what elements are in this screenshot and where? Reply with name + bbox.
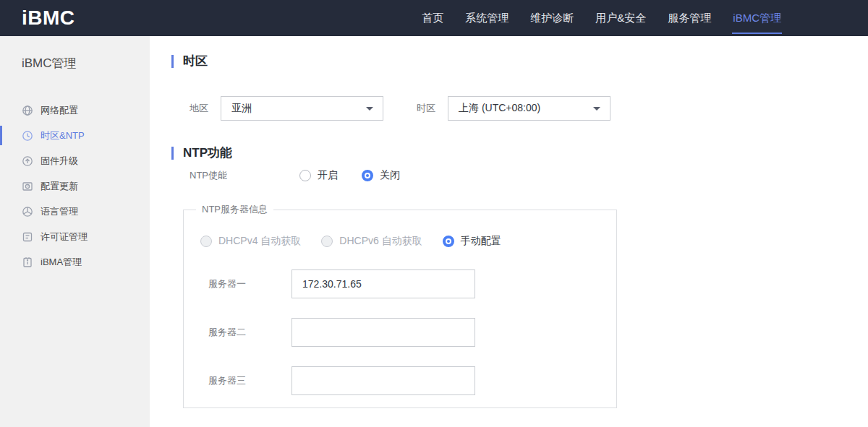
server-three-input[interactable] xyxy=(292,366,475,395)
main-nav: 首页 系统管理 维护诊断 用户&安全 服务管理 iBMC管理 xyxy=(411,0,792,36)
zone-label: 时区 xyxy=(417,102,435,115)
nav-item-service-management[interactable]: 服务管理 xyxy=(657,0,722,36)
section-accent-bar xyxy=(171,55,174,68)
sidebar-item-language-management[interactable]: 语言管理 xyxy=(0,199,150,224)
server-three-row: 服务器三 xyxy=(208,366,475,395)
sidebar-item-license-management[interactable]: 许可证管理 xyxy=(0,224,150,249)
server-two-input[interactable] xyxy=(292,318,475,347)
top-navbar: iBMC 首页 系统管理 维护诊断 用户&安全 服务管理 iBMC管理 xyxy=(0,0,868,36)
sidebar-item-label: 许可证管理 xyxy=(41,230,88,243)
server-one-input[interactable] xyxy=(292,269,475,298)
sidebar-item-config-update[interactable]: 配置更新 xyxy=(0,173,150,199)
timezone-section-header: 时区 xyxy=(171,53,208,69)
radio-ntp-off[interactable]: 关闭 xyxy=(362,169,400,182)
timezone-icon xyxy=(22,130,33,142)
ntp-server-info-fieldset: NTP服务器信息 DHCPv4 自动获取 DHCPv6 自动获取 手动配置 服务… xyxy=(183,203,617,408)
ibma-icon xyxy=(22,256,33,268)
config-update-icon xyxy=(22,181,33,192)
server-one-label: 服务器一 xyxy=(208,277,292,290)
section-accent-bar xyxy=(171,147,174,160)
sidebar-item-label: iBMA管理 xyxy=(41,256,82,269)
sidebar-item-label: 固件升级 xyxy=(41,155,78,168)
language-icon xyxy=(22,206,33,217)
app-logo: iBMC xyxy=(22,7,75,30)
sidebar-item-timezone-ntp[interactable]: 时区&NTP xyxy=(0,123,150,148)
page: iBMC 首页 系统管理 维护诊断 用户&安全 服务管理 iBMC管理 iBMC… xyxy=(0,0,868,427)
radio-checked-icon xyxy=(362,170,373,181)
radio-disabled-icon xyxy=(321,236,333,247)
region-select[interactable]: 亚洲 xyxy=(221,96,383,121)
radio-checked-icon xyxy=(443,236,454,247)
timezone-form-row: 地区 亚洲 时区 上海 (UTC+08:00) xyxy=(190,96,610,121)
network-icon xyxy=(22,105,33,116)
chevron-down-icon xyxy=(366,107,373,111)
section-title: NTP功能 xyxy=(183,145,232,161)
section-title: 时区 xyxy=(183,53,208,69)
license-icon xyxy=(22,231,33,243)
firmware-upgrade-icon xyxy=(22,155,33,167)
ntp-enable-label: NTP使能 xyxy=(190,169,299,182)
radio-manual-config[interactable]: 手动配置 xyxy=(443,235,501,248)
nav-item-system-management[interactable]: 系统管理 xyxy=(454,0,519,36)
ntp-section-header: NTP功能 xyxy=(171,145,232,161)
ntp-mode-radio-group: DHCPv4 自动获取 DHCPv6 自动获取 手动配置 xyxy=(200,235,501,248)
server-two-row: 服务器二 xyxy=(208,318,475,347)
sidebar-item-firmware-upgrade[interactable]: 固件升级 xyxy=(0,148,150,173)
nav-item-user-security[interactable]: 用户&安全 xyxy=(584,0,657,36)
server-two-label: 服务器二 xyxy=(208,326,292,339)
nav-item-maintenance-diagnosis[interactable]: 维护诊断 xyxy=(519,0,584,36)
sidebar-item-label: 语言管理 xyxy=(41,205,78,218)
sidebar-item-ibma-management[interactable]: iBMA管理 xyxy=(0,249,150,275)
radio-dhcpv4-auto[interactable]: DHCPv4 自动获取 xyxy=(200,235,301,248)
sidebar-item-label: 时区&NTP xyxy=(41,129,85,142)
radio-ntp-on[interactable]: 开启 xyxy=(299,169,338,182)
sidebar-title: iBMC管理 xyxy=(0,36,150,72)
zone-select-value: 上海 (UTC+08:00) xyxy=(459,102,540,115)
ntp-enable-row: NTP使能 开启 关闭 xyxy=(190,169,400,182)
region-select-value: 亚洲 xyxy=(231,102,252,115)
server-three-label: 服务器三 xyxy=(208,374,292,387)
sidebar-item-label: 网络配置 xyxy=(41,104,78,117)
sidebar-item-label: 配置更新 xyxy=(41,180,78,193)
radio-disabled-icon xyxy=(200,236,212,247)
sidebar: iBMC管理 网络配置 时区&NTP xyxy=(0,36,150,427)
sidebar-menu: 网络配置 时区&NTP 固件升级 xyxy=(0,98,150,275)
server-one-row: 服务器一 xyxy=(208,269,475,298)
nav-item-home[interactable]: 首页 xyxy=(411,0,454,36)
radio-dhcpv6-auto[interactable]: DHCPv6 自动获取 xyxy=(321,235,422,248)
ntp-server-info-legend: NTP服务器信息 xyxy=(196,203,273,216)
radio-unchecked-icon xyxy=(299,170,311,181)
sidebar-item-network-config[interactable]: 网络配置 xyxy=(0,98,150,123)
main-content: 时区 地区 亚洲 时区 上海 (UTC+08:00) NTP功能 NTP使能 开… xyxy=(150,36,868,427)
region-label: 地区 xyxy=(190,102,208,115)
zone-select[interactable]: 上海 (UTC+08:00) xyxy=(448,96,610,121)
nav-item-ibmc-management[interactable]: iBMC管理 xyxy=(722,0,792,36)
chevron-down-icon xyxy=(593,107,600,111)
